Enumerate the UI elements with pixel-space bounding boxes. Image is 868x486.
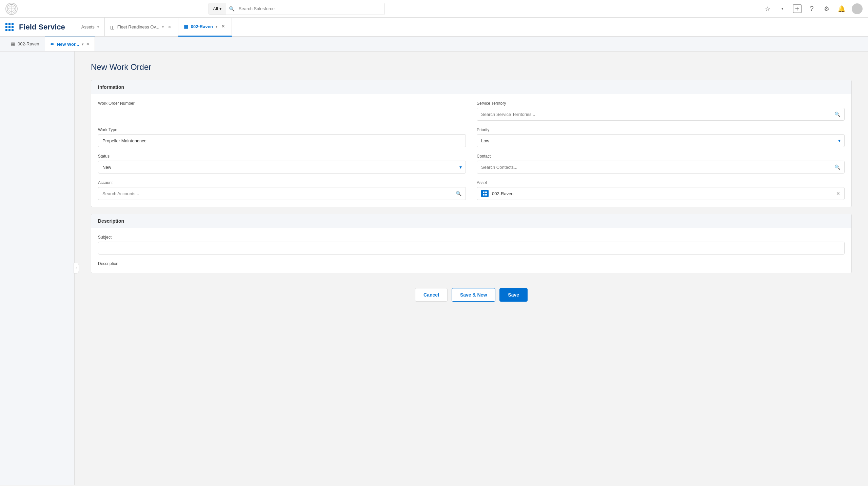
main-content: ‹ New Work Order Information Work Order … bbox=[0, 52, 868, 485]
search-scope-button[interactable]: All ▾ bbox=[209, 3, 226, 15]
service-territory-search-icon: 🔍 bbox=[834, 112, 840, 117]
service-territory-label: Service Territory bbox=[477, 101, 845, 106]
field-priority: Priority Low Medium High Critical ▾ bbox=[477, 127, 845, 147]
subject-row: Subject bbox=[98, 235, 845, 255]
search-icon: 🔍 bbox=[229, 6, 235, 12]
main-tabs: Assets ▾ ◫ Fleet Readiness Ov... ▾ ✕ ▦ 0… bbox=[76, 18, 868, 37]
top-navigation: All ▾ 🔍 ☆ ▾ + ? ⚙ 🔔 bbox=[0, 0, 868, 18]
form-row-4: Account 🔍 Asset 002-Raven bbox=[98, 180, 845, 200]
account-search-icon: 🔍 bbox=[456, 191, 461, 196]
notifications-icon[interactable]: 🔔 bbox=[837, 4, 846, 14]
form-footer: Cancel Save & New Save bbox=[91, 280, 852, 312]
search-scope-label: All bbox=[213, 6, 218, 11]
status-select[interactable]: New In Progress Completed Closed bbox=[98, 161, 466, 174]
svg-rect-6 bbox=[483, 194, 485, 196]
asset-input[interactable]: 002-Raven ✕ bbox=[477, 187, 845, 200]
work-type-label: Work Type bbox=[98, 127, 466, 132]
contact-input[interactable]: 🔍 bbox=[477, 161, 845, 174]
asset-value: 002-Raven bbox=[492, 191, 833, 196]
form-row-3: Status New In Progress Completed Closed … bbox=[98, 154, 845, 174]
asset-record-icon bbox=[481, 190, 489, 197]
description-section-header: Description bbox=[91, 214, 851, 228]
svg-rect-4 bbox=[483, 191, 485, 193]
save-new-button[interactable]: Save & New bbox=[452, 288, 495, 302]
status-label: Status bbox=[98, 154, 466, 159]
field-description: Description bbox=[98, 261, 845, 266]
tab-assets-chevron-icon: ▾ bbox=[97, 25, 99, 29]
contact-search[interactable] bbox=[481, 165, 834, 170]
account-input[interactable]: 🔍 bbox=[98, 187, 466, 200]
tab-fleet-readiness-label: Fleet Readiness Ov... bbox=[117, 24, 159, 29]
service-territory-input[interactable]: 🔍 bbox=[477, 108, 845, 121]
description-section-body: Subject Description bbox=[91, 228, 851, 273]
add-icon[interactable]: + bbox=[793, 4, 802, 13]
subject-label: Subject bbox=[98, 235, 845, 240]
priority-select[interactable]: Low Medium High Critical bbox=[477, 134, 845, 147]
work-type-input[interactable] bbox=[98, 134, 466, 147]
information-section-header: Information bbox=[91, 80, 851, 94]
favorites-icon[interactable]: ☆ bbox=[763, 4, 772, 14]
sub-tab-close-icon[interactable]: ✕ bbox=[86, 42, 89, 46]
global-search-bar[interactable]: All ▾ 🔍 bbox=[209, 3, 385, 15]
sub-tabs: ▦ 002-Raven ✏ New Wor... ▾ ✕ bbox=[0, 37, 868, 52]
tab-fleet-readiness-icon: ◫ bbox=[110, 24, 115, 30]
help-icon[interactable]: ? bbox=[807, 4, 816, 14]
tab-fleet-close-icon[interactable]: ✕ bbox=[166, 24, 173, 30]
settings-icon[interactable]: ⚙ bbox=[822, 4, 831, 14]
svg-rect-7 bbox=[485, 194, 487, 196]
contact-search-icon: 🔍 bbox=[834, 164, 840, 170]
account-search[interactable] bbox=[102, 191, 456, 196]
tab-fleet-readiness[interactable]: ◫ Fleet Readiness Ov... ▾ ✕ bbox=[105, 18, 178, 37]
description-label: Description bbox=[98, 261, 845, 266]
status-select-wrap: New In Progress Completed Closed ▾ bbox=[98, 161, 466, 174]
asset-clear-icon[interactable]: ✕ bbox=[836, 191, 840, 196]
tab-002-raven-icon: ▦ bbox=[184, 24, 188, 29]
sub-tab-002-raven[interactable]: ▦ 002-Raven bbox=[5, 37, 45, 51]
favorites-dropdown-icon[interactable]: ▾ bbox=[778, 4, 787, 14]
field-asset: Asset 002-Raven ✕ bbox=[477, 180, 845, 200]
priority-select-wrap: Low Medium High Critical ▾ bbox=[477, 134, 845, 147]
form-title: New Work Order bbox=[91, 62, 852, 72]
description-section: Description Subject Description bbox=[91, 214, 852, 273]
tab-assets[interactable]: Assets ▾ bbox=[76, 18, 105, 37]
svg-rect-5 bbox=[485, 191, 487, 193]
field-contact: Contact 🔍 bbox=[477, 154, 845, 174]
subject-input[interactable] bbox=[98, 242, 845, 255]
tab-002-raven-close-icon[interactable]: ✕ bbox=[220, 23, 226, 29]
scope-chevron-icon: ▾ bbox=[219, 6, 222, 11]
sub-tab-002-raven-icon: ▦ bbox=[11, 41, 15, 46]
cancel-button[interactable]: Cancel bbox=[415, 288, 448, 302]
app-menu-icon[interactable] bbox=[5, 23, 14, 31]
asset-label: Asset bbox=[477, 180, 845, 185]
sub-tab-002-raven-label: 002-Raven bbox=[18, 41, 39, 46]
field-status: Status New In Progress Completed Closed … bbox=[98, 154, 466, 174]
save-button[interactable]: Save bbox=[499, 288, 528, 302]
tab-002-raven-chevron-icon: ▾ bbox=[216, 25, 217, 28]
account-label: Account bbox=[98, 180, 466, 185]
app-logo bbox=[5, 3, 18, 15]
contact-label: Contact bbox=[477, 154, 845, 159]
user-avatar[interactable] bbox=[852, 3, 863, 14]
app-title: Field Service bbox=[19, 23, 65, 32]
tab-assets-label: Assets bbox=[81, 24, 95, 29]
form-row-2: Work Type Priority Low Medium High Criti… bbox=[98, 127, 845, 147]
sub-tab-new-wo-icon: ✏ bbox=[51, 42, 54, 47]
information-section-body: Work Order Number Service Territory 🔍 bbox=[91, 94, 851, 207]
sidebar-toggle[interactable]: ‹ bbox=[74, 263, 79, 274]
field-work-order-number: Work Order Number bbox=[98, 101, 466, 121]
field-account: Account 🔍 bbox=[98, 180, 466, 200]
field-service-territory: Service Territory 🔍 bbox=[477, 101, 845, 121]
tab-002-raven[interactable]: ▦ 002-Raven ▾ ✕ bbox=[178, 18, 232, 37]
sub-tab-new-wo-label: New Wor... bbox=[57, 42, 79, 47]
work-order-number-label: Work Order Number bbox=[98, 101, 466, 106]
tab-fleet-chevron-icon: ▾ bbox=[162, 25, 164, 29]
work-order-number-value bbox=[98, 108, 466, 121]
form-area: New Work Order Information Work Order Nu… bbox=[75, 52, 868, 485]
sidebar: ‹ bbox=[0, 52, 75, 485]
nav-actions: ☆ ▾ + ? ⚙ 🔔 bbox=[763, 3, 863, 14]
search-input[interactable] bbox=[235, 3, 385, 15]
sub-tab-new-work-order[interactable]: ✏ New Wor... ▾ ✕ bbox=[45, 37, 95, 51]
field-subject: Subject bbox=[98, 235, 845, 255]
description-row: Description bbox=[98, 261, 845, 266]
service-territory-search[interactable] bbox=[481, 112, 834, 117]
